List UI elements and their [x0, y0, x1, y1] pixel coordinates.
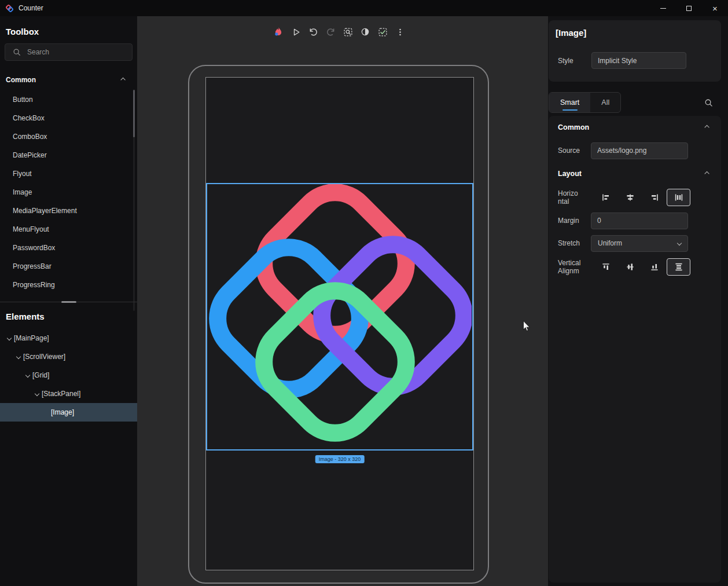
tree-item-stackpanel[interactable]: [StackPanel]	[0, 384, 137, 403]
margin-input[interactable]	[591, 213, 688, 229]
stretch-label: Stretch	[558, 239, 591, 247]
chevron-up-icon	[120, 78, 125, 82]
chevron-down-icon[interactable]	[32, 392, 42, 395]
properties-search-icon[interactable]	[704, 98, 713, 109]
tree-item-label: [MainPage]	[14, 334, 49, 342]
toolbox-title: Toolbox	[6, 27, 39, 36]
stretch-value: Uniform	[598, 239, 622, 247]
selected-element-card: [Image] Style	[549, 20, 721, 82]
tree-item-image-selected[interactable]: [Image]	[0, 403, 137, 422]
toolbox-item-button[interactable]: Button	[0, 90, 134, 109]
search-input[interactable]	[26, 47, 124, 57]
tab-label: Smart	[560, 98, 579, 107]
align-horizontal-right-icon[interactable]	[642, 189, 666, 206]
toolbox-list: Button CheckBox ComboBox DatePicker Flyo…	[0, 90, 134, 294]
left-sidebar: Toolbox Common Button CheckBox ComboBox …	[0, 16, 137, 586]
stretch-select[interactable]: Uniform	[591, 235, 688, 252]
align-vertical-center-icon[interactable]	[618, 258, 642, 276]
tree-item-label: [StackPanel]	[42, 390, 80, 398]
toolbox-search[interactable]	[5, 43, 133, 61]
maximize-button[interactable]	[676, 0, 702, 16]
search-icon	[13, 48, 21, 56]
elements-title: Elements	[6, 312, 45, 321]
properties-tabs: Smart All	[549, 92, 621, 113]
title-bar: Counter ×	[0, 0, 728, 16]
tree-item-mainpage[interactable]: [MainPage]	[0, 329, 137, 347]
source-input[interactable]	[591, 142, 688, 159]
chevron-up-icon	[704, 125, 709, 130]
redo-icon[interactable]	[324, 25, 337, 38]
tree-item-label: [Grid]	[32, 371, 49, 379]
section-common-label: Common	[558, 123, 589, 131]
align-vertical-bottom-icon[interactable]	[642, 258, 666, 276]
align-vertical-stretch-icon[interactable]	[667, 258, 690, 276]
toolbox-item-progressbar[interactable]: ProgressBar	[0, 257, 134, 276]
elements-tree: [MainPage] [ScrollViewer] [Grid] [StackP…	[0, 329, 137, 422]
toolbox-item-progressring[interactable]: ProgressRing	[0, 276, 134, 294]
theme-toggle-icon[interactable]	[359, 25, 372, 38]
close-button[interactable]: ×	[702, 0, 728, 16]
selected-element-header: [Image]	[556, 28, 586, 38]
splitter-grip-icon	[61, 301, 76, 303]
align-horizontal-center-icon[interactable]	[618, 189, 642, 206]
margin-row: Margin	[558, 212, 714, 229]
close-icon: ×	[712, 4, 718, 13]
toolbox-item-passwordbox[interactable]: PasswordBox	[0, 239, 134, 257]
stretch-row: Stretch Uniform	[558, 235, 714, 252]
toolbox-item-combobox[interactable]: ComboBox	[0, 127, 134, 146]
properties-panel: [Image] Style Smart All Common Source La…	[548, 16, 728, 586]
minimize-button[interactable]	[650, 0, 676, 16]
chevron-down-icon[interactable]	[14, 355, 23, 358]
tab-smart[interactable]: Smart	[549, 93, 590, 112]
toolbox-item-mediaplayerelement[interactable]: MediaPlayerElement	[0, 202, 134, 220]
align-horizontal-left-icon[interactable]	[594, 189, 617, 206]
toolbox-item-checkbox[interactable]: CheckBox	[0, 109, 134, 127]
play-icon[interactable]	[289, 25, 302, 38]
vertical-alignment-label: Vertical Alignm	[558, 259, 591, 275]
vertical-alignment-row: Vertical Alignm	[558, 258, 714, 276]
validate-icon[interactable]	[376, 25, 389, 38]
chevron-up-icon	[704, 171, 709, 176]
undo-icon[interactable]	[307, 25, 319, 38]
section-layout-label: Layout	[558, 170, 582, 178]
canvas-toolbar	[272, 25, 406, 38]
inspect-element-icon[interactable]	[341, 25, 354, 38]
selection-size-badge: Image - 320 x 320	[315, 455, 365, 463]
toolbox-item-datepicker[interactable]: DatePicker	[0, 146, 134, 164]
style-label: Style	[558, 57, 573, 65]
horizontal-alignment-group	[594, 189, 690, 206]
toolbox-scrollbar-thumb[interactable]	[133, 90, 135, 137]
properties-card: Common Source Layout Horizo ntal	[549, 116, 721, 583]
chevron-down-icon[interactable]	[5, 336, 14, 340]
minimize-icon	[660, 8, 666, 9]
tab-all[interactable]: All	[590, 93, 620, 112]
toolbox-item-menuflyout[interactable]: MenuFlyout	[0, 220, 134, 239]
toolbox-section-common[interactable]: Common	[6, 74, 126, 86]
section-layout[interactable]: Layout	[558, 168, 709, 180]
tree-item-label: [ScrollViewer]	[23, 353, 65, 361]
mouse-cursor	[523, 320, 532, 335]
toolbox-item-flyout[interactable]: Flyout	[0, 164, 134, 183]
align-horizontal-stretch-icon[interactable]	[667, 189, 690, 206]
tree-item-grid[interactable]: [Grid]	[0, 366, 137, 384]
tab-label: All	[601, 98, 609, 107]
toolbox-item-image[interactable]: Image	[0, 183, 134, 202]
horizontal-alignment-label: Horizo ntal	[558, 189, 591, 206]
section-common[interactable]: Common	[558, 122, 709, 133]
image-selection-border[interactable]	[206, 183, 473, 451]
style-input[interactable]	[591, 52, 686, 69]
tree-item-scrollviewer[interactable]: [ScrollViewer]	[0, 347, 137, 366]
align-vertical-top-icon[interactable]	[594, 258, 617, 276]
app-logo-icon	[5, 4, 14, 13]
horizontal-alignment-row: Horizo ntal	[558, 189, 714, 206]
design-canvas[interactable]: Image - 320 x 320	[137, 16, 548, 586]
hot-reload-flame-icon[interactable]	[272, 25, 285, 38]
window-title: Counter	[19, 4, 43, 12]
chevron-down-icon[interactable]	[23, 373, 32, 377]
more-options-icon[interactable]	[394, 25, 406, 38]
maximize-icon	[686, 6, 692, 11]
panel-splitter[interactable]	[0, 299, 137, 305]
vertical-alignment-group	[594, 258, 690, 276]
app-window: Counter × Toolbox Common Button CheckBox…	[0, 0, 728, 586]
tree-item-label: [Image]	[51, 408, 74, 416]
